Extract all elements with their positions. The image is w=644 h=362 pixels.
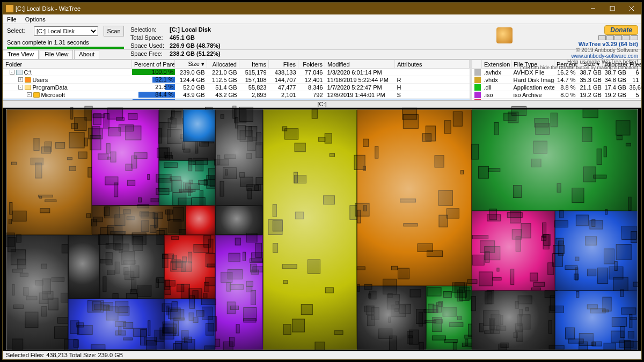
tab-tree-view[interactable]: Tree View xyxy=(3,50,39,59)
titlebar: [C:] Local Disk - WizTree xyxy=(3,3,641,14)
expand-icon[interactable]: - xyxy=(18,85,23,90)
table-row[interactable]: -Microsoft84.4 %43.9 GB43.2 GB2,8932,101… xyxy=(3,91,470,99)
tree-grid[interactable]: FolderPercent of ParentSize ▾AllocatedIt… xyxy=(3,60,470,100)
app-icon xyxy=(6,5,13,12)
maximize-button[interactable] xyxy=(603,3,622,14)
expand-icon[interactable]: - xyxy=(10,70,14,75)
tab-about[interactable]: About xyxy=(74,50,99,59)
site-link[interactable]: www.antibody-software.com xyxy=(515,53,638,59)
table-row[interactable]: .isoiso Archive8.0 %19.2 GB19.2 GB5 xyxy=(472,91,641,99)
current-path: [C:] xyxy=(3,100,641,108)
branding: Donate WizTree v3.29 (64 bit) © 2019 Ant… xyxy=(515,25,638,70)
color-swatch xyxy=(474,77,481,83)
expand-icon[interactable]: + xyxy=(18,77,23,82)
folder-icon xyxy=(42,100,48,100)
scan-progress-bar xyxy=(7,47,124,49)
folder-icon xyxy=(16,70,23,75)
expand-icon[interactable]: - xyxy=(27,92,32,97)
svg-rect-1 xyxy=(610,6,614,11)
folder-icon xyxy=(25,77,31,83)
color-swatch xyxy=(474,92,481,98)
logo-icon xyxy=(496,27,513,43)
tab-file-view[interactable]: File View xyxy=(40,50,73,59)
table-row[interactable]: .sysSystem file7.6 %18.2 GB17.9 GB2,445 xyxy=(472,99,641,100)
scan-button[interactable]: Scan xyxy=(104,26,124,36)
table-row[interactable]: .dllApplication extens8.8 %21.1 GB17.4 G… xyxy=(472,84,641,91)
table-row[interactable]: +Windows97.9 %43.0 GB42.5 GB1,9931,40658… xyxy=(3,99,470,100)
select-label: Select: xyxy=(7,27,25,34)
table-row[interactable]: -C:\100.0 %239.0 GB221.0 GB515,179438,13… xyxy=(3,69,470,76)
window-title: [C:] Local Disk - WizTree xyxy=(16,5,583,12)
color-swatch xyxy=(474,69,481,76)
color-swatch xyxy=(474,84,481,91)
treemap[interactable] xyxy=(6,109,638,350)
toolbar: Select: [C:] Local Disk Scan Scan comple… xyxy=(3,24,641,50)
summary-panel: Selection:[C:] Local Disk Total Space:46… xyxy=(129,25,226,58)
scan-status: Scan complete in 1.31 seconds xyxy=(7,39,89,46)
close-button[interactable] xyxy=(622,3,641,14)
table-row[interactable]: -ProgramData21.8 %52.0 GB51.4 GB55,82347… xyxy=(3,84,470,91)
table-row[interactable]: .vhdxHard Disk Image Fi14.7 %35.3 GB34.8… xyxy=(472,76,641,84)
folder-icon xyxy=(33,92,40,98)
donate-button[interactable]: Donate xyxy=(604,25,638,35)
menu-options[interactable]: Options xyxy=(21,16,50,23)
menubar: File Options xyxy=(3,14,641,24)
payment-cards-icon xyxy=(515,35,638,41)
minimize-button[interactable] xyxy=(583,3,603,14)
menu-file[interactable]: File xyxy=(3,16,21,23)
color-swatch xyxy=(474,99,481,100)
table-row[interactable]: +Users52.1 %124.4 GB112.5 GB157,108144,7… xyxy=(3,76,470,84)
drive-select[interactable]: [C:] Local Disk xyxy=(34,26,98,36)
folder-icon xyxy=(25,85,31,90)
statusbar: Selected Files: 438,213 Total Size: 239.… xyxy=(3,351,641,359)
app-name: WizTree v3.29 (64 bit) xyxy=(515,41,638,47)
